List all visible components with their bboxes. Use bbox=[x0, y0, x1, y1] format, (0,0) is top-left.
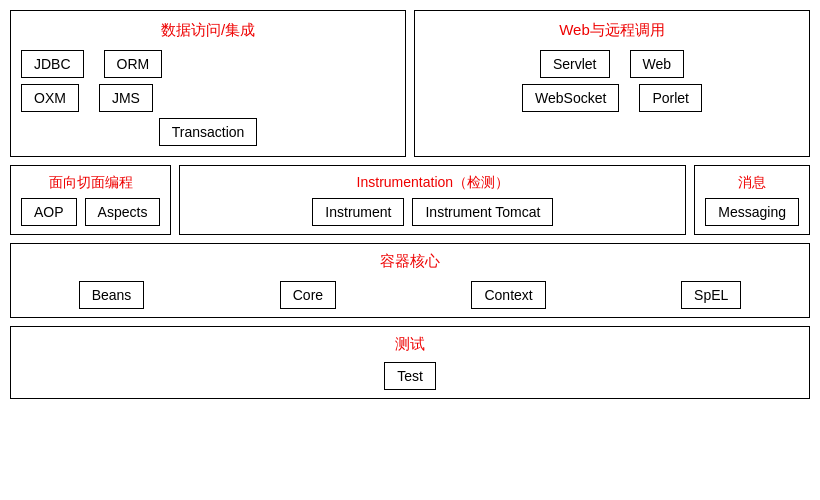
instrumentation-items: Instrument Instrument Tomcat bbox=[190, 198, 675, 226]
container-core-section: 容器核心 Beans Core Context SpEL bbox=[10, 243, 810, 318]
module-servlet: Servlet bbox=[540, 50, 610, 78]
module-context: Context bbox=[471, 281, 545, 309]
data-access-title: 数据访问/集成 bbox=[21, 21, 395, 40]
row1: 数据访问/集成 JDBC ORM OXM JMS Transaction Web… bbox=[10, 10, 810, 157]
data-access-row-3: Transaction bbox=[21, 118, 395, 146]
test-items: Test bbox=[21, 362, 799, 390]
messaging-items: Messaging bbox=[705, 198, 799, 226]
main-container: 数据访问/集成 JDBC ORM OXM JMS Transaction Web… bbox=[0, 0, 820, 500]
module-messaging: Messaging bbox=[705, 198, 799, 226]
instrumentation-title: Instrumentation（检测） bbox=[190, 174, 675, 192]
messaging-section: 消息 Messaging bbox=[694, 165, 810, 235]
module-jdbc: JDBC bbox=[21, 50, 84, 78]
messaging-title: 消息 bbox=[705, 174, 799, 192]
test-title: 测试 bbox=[21, 335, 799, 354]
module-core: Core bbox=[280, 281, 336, 309]
core-items: Beans Core Context SpEL bbox=[21, 281, 799, 309]
data-access-row-2: OXM JMS bbox=[21, 84, 395, 112]
module-jms: JMS bbox=[99, 84, 153, 112]
aop-title: 面向切面编程 bbox=[21, 174, 160, 192]
web-remote-row-1: Servlet Web bbox=[425, 50, 799, 78]
module-aspects: Aspects bbox=[85, 198, 161, 226]
module-aop: AOP bbox=[21, 198, 77, 226]
data-access-section: 数据访问/集成 JDBC ORM OXM JMS Transaction bbox=[10, 10, 406, 157]
web-remote-title: Web与远程调用 bbox=[425, 21, 799, 40]
module-instrument: Instrument bbox=[312, 198, 404, 226]
module-oxm: OXM bbox=[21, 84, 79, 112]
module-spel: SpEL bbox=[681, 281, 741, 309]
module-web: Web bbox=[630, 50, 685, 78]
module-websocket: WebSocket bbox=[522, 84, 619, 112]
web-remote-section: Web与远程调用 Servlet Web WebSocket Porlet bbox=[414, 10, 810, 157]
module-beans: Beans bbox=[79, 281, 145, 309]
aop-items: AOP Aspects bbox=[21, 198, 160, 226]
instrumentation-section: Instrumentation（检测） Instrument Instrumen… bbox=[179, 165, 686, 235]
module-orm: ORM bbox=[104, 50, 163, 78]
web-remote-grid: Servlet Web WebSocket Porlet bbox=[425, 50, 799, 112]
row2: 面向切面编程 AOP Aspects Instrumentation（检测） I… bbox=[10, 165, 810, 235]
test-section: 测试 Test bbox=[10, 326, 810, 399]
module-porlet: Porlet bbox=[639, 84, 702, 112]
module-transaction: Transaction bbox=[159, 118, 258, 146]
module-test: Test bbox=[384, 362, 436, 390]
web-remote-row-2: WebSocket Porlet bbox=[425, 84, 799, 112]
data-access-row-1: JDBC ORM bbox=[21, 50, 395, 78]
module-instrument-tomcat: Instrument Tomcat bbox=[412, 198, 553, 226]
data-access-grid: JDBC ORM OXM JMS Transaction bbox=[21, 50, 395, 146]
container-core-title: 容器核心 bbox=[21, 252, 799, 271]
aop-section: 面向切面编程 AOP Aspects bbox=[10, 165, 171, 235]
